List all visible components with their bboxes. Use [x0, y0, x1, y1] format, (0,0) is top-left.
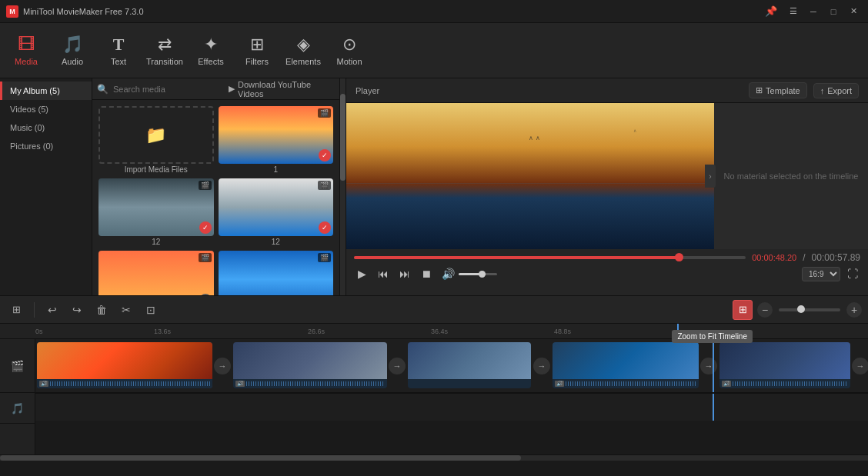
media-item-5[interactable]: 🎬: [219, 251, 334, 295]
text-icon: T: [113, 35, 125, 55]
sidebar-item-videos[interactable]: Videos (5): [0, 100, 92, 118]
clip-5-video: [719, 342, 850, 379]
ruler-36s: 36.4s: [431, 328, 448, 335]
no-material-panel: › No material selected on the timeline: [714, 103, 868, 249]
clip-1-waveform: [50, 381, 210, 386]
video-badge-4: 🎬: [199, 253, 212, 262]
sidebar-item-pictures[interactable]: Pictures (0): [0, 137, 92, 155]
media-grid: 📁 Import Media Files 🎬 ✓ 1: [92, 100, 339, 295]
download-youtube-button[interactable]: ▶ Download YouTube Videos: [224, 78, 335, 100]
transition-2[interactable]: →: [389, 358, 406, 374]
video-badge-5: 🎬: [318, 253, 331, 262]
toolbar-item-filters[interactable]: ⊞ Filters: [234, 26, 280, 75]
controls-row: ▶ ⏮ ⏭ ⏹ 🔊 16:9 9:16: [354, 266, 860, 281]
import-label: Import Media Files: [98, 165, 214, 174]
zoom-fit-area: ⊞ Zoom to Fit Timeline: [733, 300, 753, 320]
aspect-ratio-select[interactable]: 16:9 9:16 1:1: [802, 267, 840, 281]
zoom-slider-knob: [797, 305, 805, 313]
effects-label: Effects: [198, 57, 223, 66]
play-button[interactable]: ▶: [354, 266, 369, 281]
sidebar-item-my-album[interactable]: My Album (5): [0, 82, 92, 100]
template-button[interactable]: ⊞ Template: [749, 82, 807, 98]
app-title: MiniTool MovieMaker Free 7.3.0: [23, 7, 760, 16]
player-controls: 00:00:48.20 / 00:00:57.89 ▶ ⏮ ⏭ ⏹ 🔊: [346, 249, 868, 295]
transition-4[interactable]: →: [700, 358, 717, 374]
zoom-fit-button[interactable]: ⊞: [733, 300, 753, 320]
media-label-1: 1: [219, 165, 334, 174]
toolbar-item-elements[interactable]: ◈ Elements: [280, 26, 326, 75]
zoom-slider[interactable]: [779, 308, 840, 311]
transition-1[interactable]: →: [214, 358, 231, 374]
maximize-button[interactable]: □: [825, 3, 842, 20]
toolbar-item-audio[interactable]: 🎵 Audio: [49, 26, 95, 75]
import-placeholder[interactable]: 📁: [98, 106, 214, 164]
search-input[interactable]: [113, 85, 219, 94]
time-current: 00:00:48.20: [752, 253, 796, 262]
sidebar-item-music[interactable]: Music (0): [0, 118, 92, 137]
clip-3[interactable]: [408, 342, 531, 388]
clip-5[interactable]: 🔊: [719, 342, 850, 388]
track-content: 🔊 → 🔊 →: [35, 339, 868, 454]
undo-button[interactable]: ↩: [42, 300, 62, 320]
delete-button[interactable]: 🗑: [92, 300, 112, 320]
media-item-4[interactable]: 🎬 ■: [98, 251, 214, 295]
app-icon: M: [6, 5, 18, 18]
toolbar-item-motion[interactable]: ⊙ Motion: [326, 26, 372, 75]
export-icon: ↑: [820, 86, 825, 95]
transition-5[interactable]: →: [852, 358, 868, 374]
export-button[interactable]: ↑ Export: [813, 83, 859, 98]
zoom-fit-icon: ⊞: [739, 304, 747, 315]
toolbar-item-media[interactable]: 🎞 Media: [3, 26, 49, 75]
check-badge-4: ■: [199, 294, 212, 295]
media-item-3[interactable]: 🎬 ✓ 12: [219, 178, 334, 246]
media-item-1[interactable]: 🎬 ✓ 1: [219, 106, 334, 174]
clip-2[interactable]: 🔊: [233, 342, 387, 388]
text-label: Text: [111, 57, 126, 66]
volume-icon[interactable]: 🔊: [440, 266, 456, 281]
toolbar-item-effects[interactable]: ✦ Effects: [188, 26, 234, 75]
zoom-minus-button[interactable]: −: [757, 302, 773, 318]
clip-4[interactable]: 🔊: [553, 342, 699, 388]
menu-button[interactable]: ☰: [785, 3, 802, 20]
search-icon: 🔍: [97, 84, 108, 95]
progress-knob[interactable]: [675, 253, 683, 261]
music-track[interactable]: [35, 393, 868, 421]
redo-button[interactable]: ↪: [67, 300, 87, 320]
media-item-2[interactable]: 🎬 ✓ 12: [98, 178, 214, 246]
check-badge-2: ✓: [199, 221, 212, 234]
zoom-fit-tooltip: Zoom to Fit Timeline: [672, 330, 753, 343]
minimize-button[interactable]: ─: [805, 3, 822, 20]
media-grid-area: 🔍 ▶ Download YouTube Videos 📁 Import Med…: [92, 78, 339, 295]
media-scrollbar[interactable]: [339, 78, 346, 295]
cut-button[interactable]: ✂: [116, 300, 136, 320]
video-track[interactable]: 🔊 → 🔊 →: [35, 339, 868, 393]
add-track-button[interactable]: ⊞: [6, 300, 26, 320]
timeline-scrollbar[interactable]: [0, 454, 868, 461]
main-toolbar: 🎞 Media 🎵 Audio T Text ⇄ Transition ✦ Ef…: [0, 23, 868, 78]
collapse-arrow[interactable]: ›: [705, 165, 716, 188]
clip-1[interactable]: 🔊: [37, 342, 212, 388]
zoom-plus-button[interactable]: +: [846, 302, 862, 318]
video-track-icon: 🎬: [11, 360, 24, 372]
step-forward-button[interactable]: ⏭: [397, 266, 412, 281]
fullscreen-button[interactable]: ⛶: [845, 266, 860, 281]
volume-slider[interactable]: [459, 273, 497, 275]
elements-icon: ◈: [297, 35, 310, 55]
skip-to-start-button[interactable]: ⏮: [376, 266, 391, 281]
toolbar-item-transition[interactable]: ⇄ Transition: [142, 26, 188, 75]
svg-text:∧  ∧: ∧ ∧: [529, 135, 539, 141]
pin-icon: 📌: [765, 5, 777, 18]
transition-icon: ⇄: [158, 35, 172, 55]
player-label: Player: [356, 86, 379, 95]
player-header: Player ⊞ Template ↑ Export: [346, 78, 868, 103]
transition-3[interactable]: →: [533, 358, 550, 374]
folder-icon: 📁: [145, 125, 166, 145]
ruler-13s: 13.6s: [154, 328, 171, 335]
youtube-icon: ▶: [229, 84, 235, 94]
toolbar-item-text[interactable]: T Text: [95, 26, 142, 75]
close-button[interactable]: ✕: [845, 3, 862, 20]
crop-button[interactable]: ⊡: [141, 300, 161, 320]
left-panel: My Album (5) Videos (5) Music (0) Pictur…: [0, 78, 346, 295]
import-media-item[interactable]: 📁 Import Media Files: [98, 106, 214, 174]
stop-button[interactable]: ⏹: [419, 266, 434, 281]
